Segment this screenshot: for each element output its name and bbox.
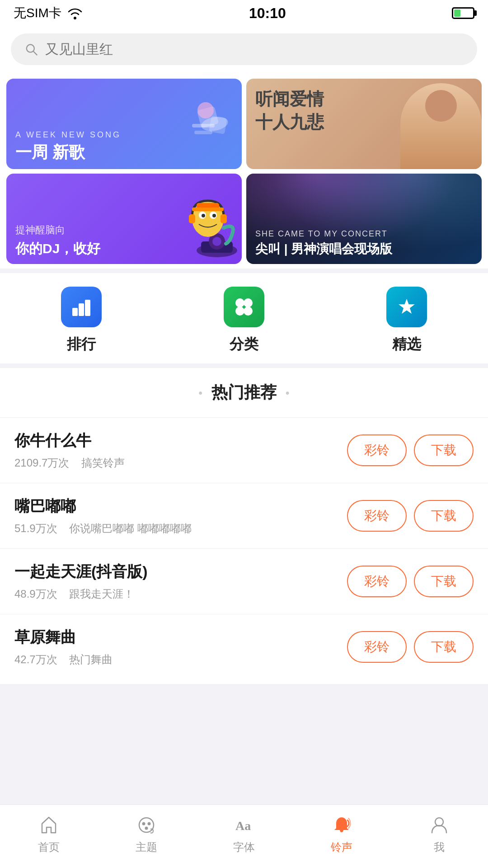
song-info-4: 草原舞曲 42.7万次 热门舞曲 (14, 627, 347, 667)
svg-point-34 (145, 827, 148, 830)
bell-icon (330, 814, 353, 836)
chart-icon (70, 295, 93, 319)
nav-ringtone[interactable]: 铃声 (310, 814, 373, 854)
song-item-2: 嘴巴嘟嘟 51.9万次 你说嘴巴嘟嘟 嘟嘟嘟嘟嘟 彩铃 下载 (0, 483, 488, 548)
banner-dj-text: 提神醒脑向 你的DJ，收好 (6, 216, 242, 264)
banner-love-text: 听闻爱情 十人九悲 (255, 88, 324, 134)
battery-icon (452, 7, 474, 19)
svg-point-25 (244, 298, 253, 307)
svg-point-36 (435, 818, 443, 826)
nav-me[interactable]: 我 (408, 814, 471, 854)
svg-marker-29 (42, 817, 56, 833)
status-right (452, 7, 474, 19)
hot-title: 热门推荐 (0, 382, 488, 404)
song-actions-1: 彩铃 下载 (347, 434, 474, 466)
featured-label: 精选 (392, 335, 421, 354)
svg-marker-28 (399, 299, 415, 314)
ringtone-btn-3[interactable]: 彩铃 (347, 566, 407, 597)
download-btn-1[interactable]: 下载 (414, 434, 474, 466)
song-item-1: 你牛什么牛 2109.7万次 搞笑铃声 彩铃 下载 (0, 417, 488, 483)
banner-dj[interactable]: 提神醒脑向 你的DJ，收好 (6, 174, 242, 264)
star-icon-bg (386, 287, 427, 327)
song-name-3: 一起走天涯(抖音版) (14, 561, 347, 582)
song-info-2: 嘴巴嘟嘟 51.9万次 你说嘴巴嘟嘟 嘟嘟嘟嘟嘟 (14, 496, 347, 536)
song-meta-1: 2109.7万次 搞笑铃声 (14, 456, 347, 470)
svg-rect-22 (79, 303, 84, 316)
banner-concert-text: SHE CAME TO MY CONCERT 尖叫 | 男神演唱会现场版 (246, 222, 482, 264)
banner-weekly-text: A WEEK NEW SONG 一周 新歌 (6, 123, 242, 169)
category-genre[interactable]: 分类 (224, 287, 264, 354)
status-carrier: 无SIM卡 (14, 5, 83, 22)
svg-rect-21 (72, 308, 78, 316)
svg-rect-20 (192, 208, 224, 211)
search-icon (24, 42, 38, 57)
song-name-1: 你牛什么牛 (14, 430, 347, 451)
grid-icon-bg (224, 287, 264, 327)
song-actions-3: 彩铃 下载 (347, 566, 474, 597)
song-meta-4: 42.7万次 热门舞曲 (14, 652, 347, 667)
nav-ringtone-label: 铃声 (331, 840, 352, 854)
song-list: 你牛什么牛 2109.7万次 搞笑铃声 彩铃 下载 嘴巴嘟嘟 51.9万次 你 (0, 417, 488, 679)
song-meta-3: 48.9万次 跟我走天涯！ (14, 587, 347, 601)
star-icon (395, 295, 418, 319)
category-rank[interactable]: 排行 (61, 287, 102, 354)
banner-weekly[interactable]: A WEEK NEW SONG 一周 新歌 (6, 79, 242, 169)
svg-point-5 (197, 102, 214, 118)
download-btn-2[interactable]: 下载 (414, 500, 474, 532)
ringtone-btn-1[interactable]: 彩铃 (347, 434, 407, 466)
svg-line-1 (33, 52, 37, 55)
banner-concert[interactable]: SHE CAME TO MY CONCERT 尖叫 | 男神演唱会现场版 (246, 174, 482, 264)
svg-point-31 (139, 818, 154, 832)
svg-point-26 (235, 307, 244, 316)
font-icon: Aa (233, 814, 255, 836)
svg-rect-23 (85, 300, 90, 316)
home-icon (38, 814, 60, 836)
banner-love[interactable]: 听闻爱情 十人九悲 (246, 79, 482, 169)
download-btn-3[interactable]: 下载 (414, 566, 474, 597)
grid-icon (232, 295, 256, 319)
category-featured[interactable]: 精选 (386, 287, 427, 354)
bottom-nav: 首页 主题 Aa 字体 (0, 804, 488, 868)
banner-grid: A WEEK NEW SONG 一周 新歌 听闻爱情 十人九悲 (0, 74, 488, 269)
nav-font-label: 字体 (233, 840, 255, 854)
svg-point-32 (142, 822, 145, 826)
song-item-3: 一起走天涯(抖音版) 48.9万次 跟我走天涯！ 彩铃 下载 (0, 548, 488, 614)
svg-point-33 (148, 822, 151, 826)
song-meta-2: 51.9万次 你说嘴巴嘟嘟 嘟嘟嘟嘟嘟 (14, 521, 347, 536)
song-item-4: 草原舞曲 42.7万次 热门舞曲 彩铃 下载 (0, 614, 488, 679)
nav-home[interactable]: 首页 (17, 814, 80, 854)
hot-section: 热门推荐 你牛什么牛 2109.7万次 搞笑铃声 彩铃 下载 嘴巴嘟嘟 (0, 368, 488, 684)
song-name-4: 草原舞曲 (14, 627, 347, 648)
wifi-icon (67, 7, 83, 19)
user-icon (428, 814, 450, 836)
song-info-1: 你牛什么牛 2109.7万次 搞笑铃声 (14, 430, 347, 470)
rank-label: 排行 (67, 335, 96, 354)
battery-fill (454, 9, 460, 17)
song-info-3: 一起走天涯(抖音版) 48.9万次 跟我走天涯！ (14, 561, 347, 601)
nav-home-label: 首页 (38, 840, 60, 854)
song-actions-4: 彩铃 下载 (347, 631, 474, 663)
song-name-2: 嘴巴嘟嘟 (14, 496, 347, 517)
status-bar: 无SIM卡 10:10 (0, 0, 488, 26)
palette-icon (135, 814, 158, 836)
search-input[interactable] (45, 42, 464, 57)
nav-font[interactable]: Aa 字体 (212, 814, 276, 854)
category-section: 排行 分类 精选 (0, 273, 488, 363)
download-btn-4[interactable]: 下载 (414, 631, 474, 663)
svg-point-27 (244, 307, 253, 316)
ringtone-btn-2[interactable]: 彩铃 (347, 500, 407, 532)
genre-label: 分类 (230, 335, 258, 354)
nav-me-label: 我 (434, 840, 445, 854)
nav-theme[interactable]: 主题 (115, 814, 178, 854)
rank-icon-bg (61, 287, 102, 327)
search-bar[interactable] (11, 33, 477, 65)
nav-theme-label: 主题 (136, 840, 157, 854)
svg-point-24 (235, 298, 244, 307)
song-actions-2: 彩铃 下载 (347, 500, 474, 532)
svg-text:Aa: Aa (235, 819, 251, 833)
ringtone-btn-4[interactable]: 彩铃 (347, 631, 407, 663)
status-time: 10:10 (249, 5, 286, 22)
search-bar-section (0, 26, 488, 74)
